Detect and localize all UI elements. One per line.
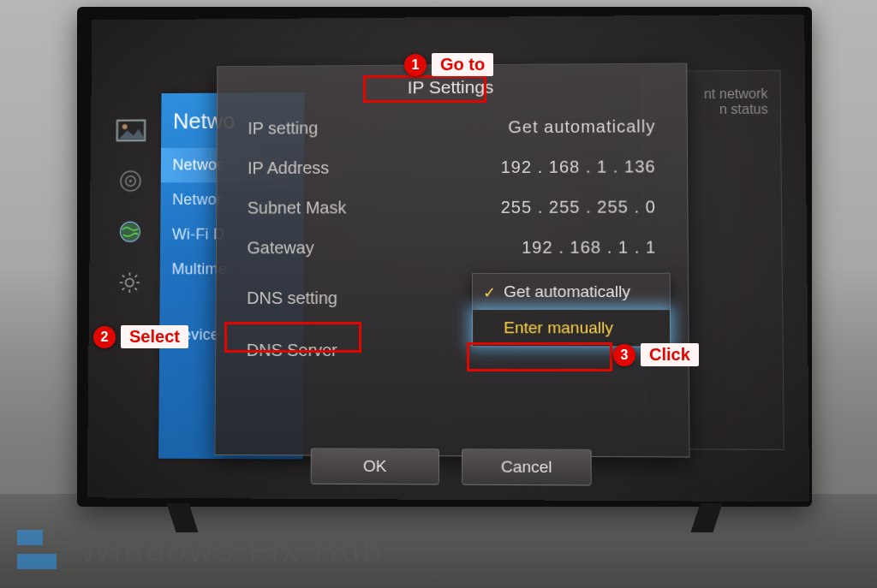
target-icon[interactable] <box>116 169 146 193</box>
check-icon: ✓ <box>483 283 496 302</box>
watermark-text: Windows Fix Hub <box>79 531 384 569</box>
dialog-buttons: OK Cancel <box>215 448 689 486</box>
annotation-2: 2 Select <box>93 325 188 348</box>
value-ip-setting: Get automatically <box>508 116 655 137</box>
svg-point-6 <box>126 279 134 287</box>
row-gateway[interactable]: Gateway 192 . 168 . 1 . 1 <box>217 227 688 268</box>
label-subnet-mask: Subnet Mask <box>248 198 347 217</box>
value-ip-address: 192 . 168 . 1 . 136 <box>501 157 656 177</box>
annotation-1-box <box>363 75 486 103</box>
annotation-2-box <box>224 322 361 353</box>
svg-line-12 <box>134 288 136 289</box>
value-subnet-mask: 255 . 255 . 255 . 0 <box>501 197 656 217</box>
row-subnet-mask[interactable]: Subnet Mask 255 . 255 . 255 . 0 <box>217 187 687 228</box>
annotation-3: 3 Click <box>613 343 699 366</box>
watermark: Windows Fix Hub <box>17 526 384 573</box>
svg-line-11 <box>122 276 124 277</box>
watermark-logo-icon <box>17 526 63 573</box>
dns-mode-dropdown: ✓ Get automatically Enter manually <box>472 273 671 347</box>
ok-button[interactable]: OK <box>311 448 439 484</box>
annotation-3-badge: 3 <box>613 344 635 366</box>
label-ip-setting: IP setting <box>248 119 318 139</box>
svg-point-1 <box>122 124 128 129</box>
annotation-3-text: Click <box>641 343 699 366</box>
option-manual-label: Enter manually <box>504 318 613 336</box>
annotation-2-badge: 2 <box>93 326 116 348</box>
row-ip-address[interactable]: IP Address 192 . 168 . 1 . 136 <box>217 146 687 188</box>
globe-icon[interactable] <box>115 220 146 244</box>
annotation-1-text: Go to <box>432 53 493 76</box>
label-ip-address: IP Address <box>248 158 329 178</box>
svg-point-4 <box>129 180 132 182</box>
ip-settings-dialog: IP Settings IP setting Get automatically… <box>214 62 689 457</box>
gear-icon[interactable] <box>115 270 146 294</box>
option-auto-label: Get automatically <box>504 282 630 300</box>
label-gateway: Gateway <box>247 238 313 258</box>
svg-point-5 <box>120 222 140 241</box>
svg-line-14 <box>135 275 137 276</box>
annotation-2-text: Select <box>121 325 188 348</box>
picture-icon[interactable] <box>116 119 146 143</box>
annotation-1-badge: 1 <box>404 54 427 76</box>
sidebar-icon-rail: ? <box>114 119 155 346</box>
annotation-1: 1 Go to <box>404 53 493 76</box>
option-get-automatically[interactable]: ✓ Get automatically <box>473 274 670 310</box>
row-ip-setting[interactable]: IP setting Get automatically <box>218 106 687 148</box>
cancel-button[interactable]: Cancel <box>462 448 592 485</box>
svg-line-13 <box>122 288 124 289</box>
value-gateway: 192 . 168 . 1 . 1 <box>522 238 656 258</box>
option-enter-manually[interactable]: Enter manually <box>473 310 670 347</box>
label-dns-setting: DNS setting <box>247 288 337 308</box>
annotation-3-box <box>467 342 612 371</box>
